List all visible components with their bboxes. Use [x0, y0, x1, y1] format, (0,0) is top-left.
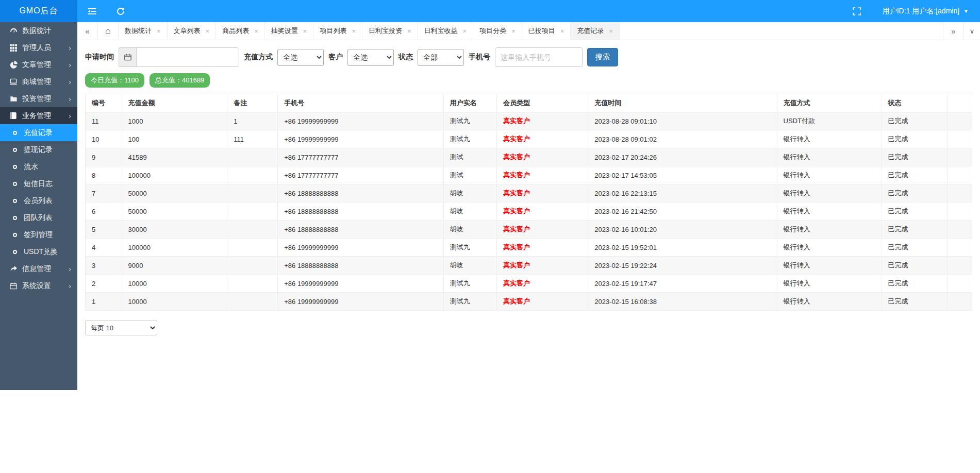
shrink-menu-icon[interactable]: [77, 0, 106, 22]
table-cell: 已完成: [882, 184, 947, 202]
table-cell: +86 18888888888: [278, 202, 444, 221]
sidebar-item-USDT兑换[interactable]: USDT兑换: [0, 243, 77, 260]
table-cell: 胡岐: [443, 221, 496, 239]
tab-label: 文章列表: [174, 26, 201, 36]
refresh-icon[interactable]: [106, 0, 135, 22]
table-cell: [947, 130, 972, 148]
table-body: 1110001+86 19999999999测试九真实客户2023-08-28 …: [86, 112, 972, 311]
status-select[interactable]: 全部: [418, 49, 464, 66]
table-cell: 1: [86, 293, 122, 311]
table-cell: +86 19999999999: [278, 293, 444, 311]
table-cell: 100000: [122, 166, 227, 184]
tabs-scroll-right-icon[interactable]: »: [943, 22, 964, 40]
table-cell: 2023-02-15 19:52:01: [588, 239, 777, 257]
table-cell: 9000: [122, 257, 227, 275]
close-icon[interactable]: ×: [303, 27, 307, 35]
close-icon[interactable]: ×: [206, 27, 210, 35]
close-icon[interactable]: ×: [463, 27, 467, 35]
table-cell: [947, 221, 972, 239]
sidebar-item-充值记录[interactable]: 充值记录: [0, 124, 77, 141]
table-cell: 111: [227, 130, 278, 148]
tabs-scroll-left-icon[interactable]: «: [77, 22, 98, 40]
tab-label: 项目列表: [320, 26, 346, 36]
customer-select[interactable]: 全选: [347, 49, 394, 66]
table-cell: 真实客户: [497, 275, 588, 293]
table-cell: 10: [86, 130, 122, 148]
table-cell: 50000: [122, 184, 227, 202]
menu-item-label: 充值记录: [24, 128, 77, 138]
sidebar-item-提现记录[interactable]: 提现记录: [0, 141, 77, 158]
close-icon[interactable]: ×: [254, 27, 258, 35]
user-label: 用户ID:1 用户名:[admin]: [883, 7, 959, 16]
method-select[interactable]: 全选: [277, 49, 324, 66]
table-cell: 2023-02-16 21:42:50: [588, 202, 777, 221]
table-cell: 银行转入: [777, 130, 882, 148]
table-cell: +86 18888888888: [278, 221, 444, 239]
sidebar-item-短信日志[interactable]: 短信日志: [0, 175, 77, 192]
tab-充值记录[interactable]: 充值记录×: [571, 22, 620, 40]
chevron-right-icon: ›: [69, 78, 71, 86]
tab-日利宝投资[interactable]: 日利宝投资×: [362, 22, 418, 40]
tab-项目分类[interactable]: 项目分类×: [473, 22, 522, 40]
sidebar-item-信息管理[interactable]: 信息管理›: [0, 260, 77, 277]
tab-数据统计[interactable]: 数据统计×: [119, 22, 168, 40]
table-cell: 41589: [122, 148, 227, 166]
calendar-icon[interactable]: [119, 47, 136, 67]
sidebar-item-商城管理[interactable]: 商城管理›: [0, 73, 77, 90]
tab-项目列表[interactable]: 项目列表×: [313, 22, 362, 40]
table-row: 210000+86 19999999999测试九真实客户2023-02-15 1…: [86, 275, 972, 293]
fullscreen-icon[interactable]: [842, 0, 871, 22]
close-icon[interactable]: ×: [352, 27, 356, 35]
circle-icon: [11, 129, 19, 137]
circle-icon: [11, 248, 19, 256]
menu-item-label: USDT兑换: [24, 247, 77, 257]
table-cell: 50000: [122, 202, 227, 221]
phone-input[interactable]: [495, 47, 583, 67]
sidebar-item-系统设置[interactable]: 系统设置›: [0, 277, 77, 294]
top-header: GMO后台 用户ID:1 用户名:[admin] ▼: [0, 0, 980, 22]
sidebar-item-文章管理[interactable]: 文章管理›: [0, 56, 77, 73]
customer-filter-label: 客户: [328, 53, 343, 62]
tab-文章列表[interactable]: 文章列表×: [168, 22, 217, 40]
sidebar-item-团队列表[interactable]: 团队列表: [0, 209, 77, 226]
tab-抽奖设置[interactable]: 抽奖设置×: [265, 22, 314, 40]
folder-icon: [9, 95, 18, 103]
table-header-row: 编号充值金额备注手机号用户实名会员类型充值时间充值方式状态: [86, 94, 972, 112]
sidebar-item-签到管理[interactable]: 签到管理: [0, 226, 77, 243]
table-cell: 真实客户: [497, 112, 588, 130]
search-button[interactable]: 搜索: [587, 48, 618, 66]
close-icon[interactable]: ×: [407, 27, 411, 35]
table-cell: 测试九: [443, 112, 496, 130]
sidebar-item-会员列表[interactable]: 会员列表: [0, 192, 77, 209]
table-cell: 2023-02-16 22:13:15: [588, 184, 777, 202]
tab-label: 已投项目: [528, 26, 555, 36]
date-input[interactable]: [136, 47, 239, 67]
home-icon[interactable]: ⌂: [98, 22, 119, 40]
close-icon[interactable]: ×: [511, 27, 516, 35]
tab-已投项目[interactable]: 已投项目×: [522, 22, 571, 40]
close-icon[interactable]: ×: [609, 27, 613, 35]
sidebar-item-管理人员[interactable]: 管理人员›: [0, 39, 77, 56]
per-page-select[interactable]: 每页 10: [85, 320, 157, 335]
sidebar-item-业务管理[interactable]: 业务管理›: [0, 107, 77, 124]
sidebar-item-数据统计[interactable]: 数据统计: [0, 22, 77, 39]
table-cell: 真实客户: [497, 239, 588, 257]
column-header: [947, 94, 972, 112]
table-cell: 已完成: [882, 166, 947, 184]
close-icon[interactable]: ×: [560, 27, 564, 35]
table-cell: 2023-02-17 14:53:05: [588, 166, 777, 184]
sidebar-item-流水[interactable]: 流水: [0, 158, 77, 175]
table-cell: 2023-02-15 19:17:47: [588, 275, 777, 293]
table-cell: 银行转入: [777, 221, 882, 239]
sidebar-item-投资管理[interactable]: 投资管理›: [0, 90, 77, 107]
close-icon[interactable]: ×: [157, 27, 161, 35]
tab-日利宝收益[interactable]: 日利宝收益×: [418, 22, 474, 40]
tab-商品列表[interactable]: 商品列表×: [216, 22, 265, 40]
tabs-dropdown-icon[interactable]: ∨: [964, 22, 980, 40]
table-cell: +86 17777777777: [278, 148, 444, 166]
user-menu[interactable]: 用户ID:1 用户名:[admin] ▼: [871, 0, 980, 22]
table-cell: 2023-02-17 20:24:26: [588, 148, 777, 166]
table-cell: 已完成: [882, 275, 947, 293]
table-cell: 测试: [443, 166, 496, 184]
table-cell: 银行转入: [777, 148, 882, 166]
